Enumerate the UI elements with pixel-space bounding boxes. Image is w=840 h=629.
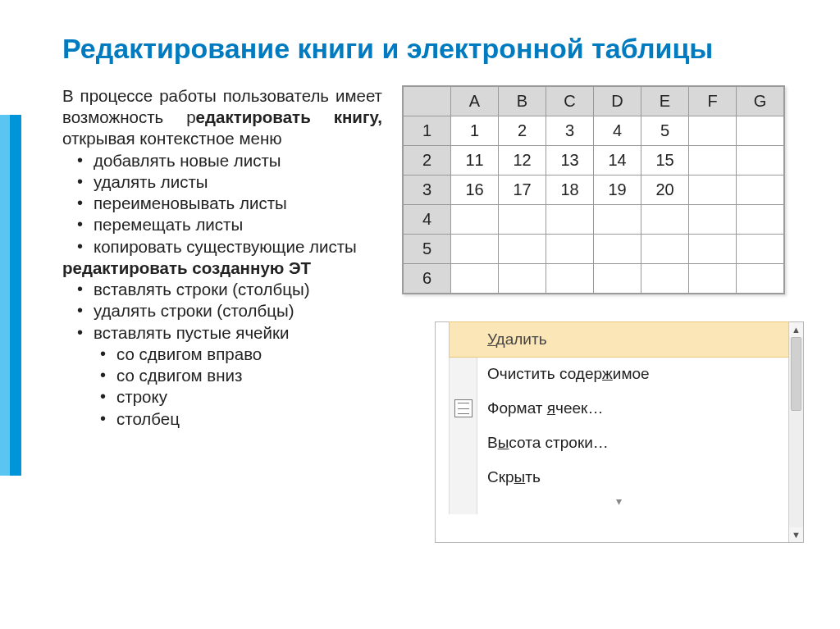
cell[interactable] (546, 205, 594, 235)
cell[interactable] (641, 205, 689, 235)
cell[interactable] (546, 235, 594, 264)
cell[interactable] (499, 205, 546, 235)
menu-item-hide[interactable]: Скрыть (450, 460, 788, 495)
row-header[interactable]: 6 (404, 264, 451, 294)
cell[interactable]: 13 (546, 146, 594, 175)
cell[interactable]: 5 (641, 116, 689, 146)
row-header[interactable]: 4 (404, 205, 451, 235)
cell[interactable] (689, 264, 737, 294)
spreadsheet: A B C D E F G 1 1 2 3 4 5 2 11 12 (402, 85, 785, 294)
cell[interactable] (641, 264, 689, 294)
menu-label-post: далить (496, 330, 547, 348)
list-item: вставлять строки (столбцы) (82, 279, 382, 300)
cell[interactable] (546, 264, 594, 294)
col-header[interactable]: G (737, 87, 784, 116)
cell[interactable] (689, 235, 737, 264)
menu-label-accel: я (547, 399, 555, 417)
cell[interactable] (499, 235, 546, 264)
cell[interactable] (737, 175, 784, 205)
select-all-corner[interactable] (404, 87, 451, 116)
cell[interactable] (689, 116, 737, 146)
cell[interactable] (737, 235, 784, 264)
cell[interactable] (451, 205, 499, 235)
intro-bold: едактировать книгу, (196, 107, 382, 126)
insert-cell-sublist: со сдвигом вправо со сдвигом вниз строку… (62, 344, 382, 430)
row-header[interactable]: 3 (404, 175, 451, 205)
cell[interactable]: 2 (499, 116, 546, 146)
cell[interactable] (499, 264, 546, 294)
col-header[interactable]: A (451, 87, 499, 116)
cell[interactable] (451, 264, 499, 294)
menu-item-clear-contents[interactable]: Очистить содержимое (450, 357, 788, 391)
list-item: перемещать листы (82, 214, 382, 235)
cell[interactable]: 3 (546, 116, 594, 146)
list-item: удалять строки (столбцы) (82, 300, 382, 321)
menu-label-pre: Очистить содер (487, 365, 602, 382)
scroll-thumb[interactable] (791, 337, 801, 411)
cell[interactable]: 14 (594, 146, 641, 175)
cell[interactable] (689, 205, 737, 235)
scroll-up-icon[interactable]: ▲ (789, 322, 803, 337)
cell[interactable] (737, 146, 784, 175)
row-header[interactable]: 2 (404, 146, 451, 175)
intro-paragraph: В процессе работы пользователь имеет воз… (62, 85, 382, 150)
cell[interactable]: 4 (594, 116, 641, 146)
menu-item-row-height[interactable]: Высота строки… (450, 426, 788, 460)
menu-item-format-cells[interactable]: Формат ячеек… (450, 391, 788, 426)
list-item: со сдвигом вправо (105, 344, 382, 365)
menu-overflow-indicator: ▾ (450, 495, 788, 514)
cell[interactable]: 1 (451, 116, 499, 146)
row-header[interactable]: 5 (404, 235, 451, 264)
cell[interactable] (737, 205, 784, 235)
list-item: столбец (105, 408, 382, 430)
menu-label-pre: Формат (487, 399, 547, 417)
cell[interactable]: 20 (641, 175, 689, 205)
menu-label-accel: ы (514, 468, 526, 485)
cell[interactable]: 16 (451, 175, 499, 205)
row-header[interactable]: 1 (404, 116, 451, 146)
cell[interactable] (594, 205, 641, 235)
col-header[interactable]: F (689, 87, 737, 116)
spreadsheet-grid[interactable]: A B C D E F G 1 1 2 3 4 5 2 11 12 (403, 86, 784, 294)
menu-item-delete[interactable]: Удалить (450, 322, 788, 357)
cell[interactable]: 15 (641, 146, 689, 175)
cell[interactable]: 11 (451, 146, 499, 175)
list-item: удалять листы (82, 171, 382, 193)
cell[interactable] (641, 235, 689, 264)
list-item: со сдвигом вниз (105, 365, 382, 386)
menu-label-accel: У (487, 330, 496, 348)
col-header[interactable]: D (594, 87, 641, 116)
menu-label-accel: ы (498, 434, 509, 451)
cell[interactable] (737, 116, 784, 146)
menu-label-post: чеек… (555, 399, 603, 417)
page-title: Редактирование книги и электронной табли… (62, 33, 713, 65)
cell[interactable]: 12 (499, 146, 546, 175)
cell[interactable] (594, 264, 641, 294)
cell[interactable]: 17 (499, 175, 546, 205)
cell[interactable]: 18 (546, 175, 594, 205)
menu-label-post: имое (613, 365, 650, 382)
cell[interactable] (451, 235, 499, 264)
cell[interactable] (737, 264, 784, 294)
context-menu-panel: Удалить Очистить содержимое Формат ячеек… (435, 321, 804, 543)
format-cells-icon (454, 399, 472, 417)
col-header[interactable]: E (641, 87, 689, 116)
book-edit-list: добавлять новые листы удалять листы пере… (62, 150, 382, 258)
col-header[interactable]: C (546, 87, 594, 116)
sheet-edit-list: вставлять строки (столбцы) удалять строк… (62, 279, 382, 344)
menu-label-post: сота строки… (509, 434, 608, 451)
scroll-down-icon[interactable]: ▼ (789, 527, 803, 542)
slide: Редактирование книги и электронной табли… (0, 0, 840, 629)
intro-text-2: открывая контекстное меню (62, 129, 282, 148)
subheading-sheet-edit: редактировать созданную ЭТ (62, 258, 382, 279)
cell[interactable] (689, 146, 737, 175)
col-header[interactable]: B (499, 87, 546, 116)
menu-label-pre: В (487, 434, 498, 451)
cell[interactable] (594, 235, 641, 264)
list-item: переименовывать листы (82, 193, 382, 214)
list-item: вставлять пустые ячейки (82, 322, 382, 344)
cell[interactable]: 19 (594, 175, 641, 205)
menu-label-accel: ж (602, 365, 613, 382)
cell[interactable] (689, 175, 737, 205)
scrollbar-vertical[interactable]: ▲ ▼ (788, 322, 803, 542)
